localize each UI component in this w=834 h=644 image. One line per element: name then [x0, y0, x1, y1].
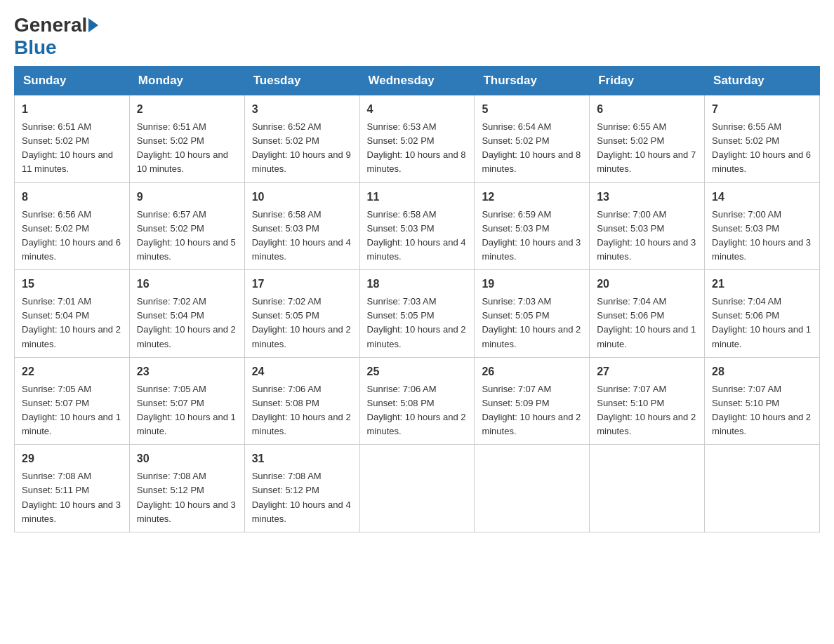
logo-blue-text: Blue — [14, 36, 57, 59]
calendar-cell: 12Sunrise: 6:59 AMSunset: 5:03 PMDayligh… — [475, 182, 590, 270]
calendar-cell: 7Sunrise: 6:55 AMSunset: 5:02 PMDaylight… — [705, 95, 820, 183]
day-number: 18 — [367, 276, 468, 293]
calendar-cell: 16Sunrise: 7:02 AMSunset: 5:04 PMDayligh… — [129, 270, 244, 358]
day-number: 17 — [252, 276, 352, 293]
day-info: Sunrise: 6:58 AMSunset: 5:03 PMDaylight:… — [252, 208, 352, 264]
day-info: Sunrise: 7:01 AMSunset: 5:04 PMDaylight:… — [22, 295, 122, 351]
calendar-cell: 8Sunrise: 6:56 AMSunset: 5:02 PMDaylight… — [15, 182, 130, 270]
calendar-cell: 2Sunrise: 6:51 AMSunset: 5:02 PMDaylight… — [129, 95, 244, 183]
day-number: 6 — [597, 101, 697, 118]
col-header-saturday: Saturday — [705, 67, 820, 95]
day-number: 29 — [22, 450, 122, 467]
day-info: Sunrise: 7:08 AMSunset: 5:11 PMDaylight:… — [22, 469, 122, 526]
day-info: Sunrise: 7:07 AMSunset: 5:10 PMDaylight:… — [597, 382, 697, 439]
day-number: 15 — [22, 276, 122, 293]
day-info: Sunrise: 7:03 AMSunset: 5:05 PMDaylight:… — [482, 295, 582, 351]
day-number: 10 — [252, 189, 352, 206]
day-info: Sunrise: 7:02 AMSunset: 5:05 PMDaylight:… — [252, 295, 352, 351]
day-info: Sunrise: 6:59 AMSunset: 5:03 PMDaylight:… — [482, 208, 582, 264]
calendar-cell: 30Sunrise: 7:08 AMSunset: 5:12 PMDayligh… — [129, 445, 244, 532]
calendar-cell: 10Sunrise: 6:58 AMSunset: 5:03 PMDayligh… — [244, 182, 359, 270]
day-number: 22 — [22, 363, 122, 380]
day-info: Sunrise: 6:55 AMSunset: 5:02 PMDaylight:… — [712, 120, 812, 177]
logo: General Blue — [14, 14, 100, 59]
day-info: Sunrise: 7:03 AMSunset: 5:05 PMDaylight:… — [367, 295, 468, 351]
col-header-monday: Monday — [129, 67, 244, 95]
calendar-cell — [590, 445, 705, 532]
day-number: 1 — [22, 101, 122, 118]
day-number: 3 — [252, 101, 352, 118]
calendar-cell: 4Sunrise: 6:53 AMSunset: 5:02 PMDaylight… — [359, 95, 475, 183]
col-header-tuesday: Tuesday — [244, 67, 359, 95]
calendar-cell: 27Sunrise: 7:07 AMSunset: 5:10 PMDayligh… — [590, 357, 705, 445]
calendar-cell: 20Sunrise: 7:04 AMSunset: 5:06 PMDayligh… — [590, 270, 705, 358]
day-number: 23 — [137, 363, 237, 380]
calendar-week-2: 8Sunrise: 6:56 AMSunset: 5:02 PMDaylight… — [15, 182, 820, 270]
calendar-cell — [475, 445, 590, 532]
calendar-cell: 3Sunrise: 6:52 AMSunset: 5:02 PMDaylight… — [244, 95, 359, 183]
day-info: Sunrise: 6:57 AMSunset: 5:02 PMDaylight:… — [137, 208, 237, 264]
day-info: Sunrise: 6:53 AMSunset: 5:02 PMDaylight:… — [367, 120, 468, 177]
calendar-cell: 19Sunrise: 7:03 AMSunset: 5:05 PMDayligh… — [475, 270, 590, 358]
day-number: 8 — [22, 189, 122, 206]
day-info: Sunrise: 7:02 AMSunset: 5:04 PMDaylight:… — [137, 295, 237, 351]
calendar-cell: 24Sunrise: 7:06 AMSunset: 5:08 PMDayligh… — [244, 357, 359, 445]
calendar-week-4: 22Sunrise: 7:05 AMSunset: 5:07 PMDayligh… — [15, 357, 820, 445]
day-number: 9 — [137, 189, 237, 206]
calendar-table: SundayMondayTuesdayWednesdayThursdayFrid… — [14, 66, 820, 532]
day-info: Sunrise: 7:06 AMSunset: 5:08 PMDaylight:… — [367, 382, 468, 439]
calendar-cell: 5Sunrise: 6:54 AMSunset: 5:02 PMDaylight… — [475, 95, 590, 183]
day-info: Sunrise: 7:05 AMSunset: 5:07 PMDaylight:… — [137, 382, 237, 439]
day-number: 11 — [367, 189, 468, 206]
day-info: Sunrise: 6:56 AMSunset: 5:02 PMDaylight:… — [22, 208, 122, 264]
day-number: 20 — [597, 276, 697, 293]
day-number: 30 — [137, 450, 237, 467]
calendar-cell: 17Sunrise: 7:02 AMSunset: 5:05 PMDayligh… — [244, 270, 359, 358]
day-info: Sunrise: 7:04 AMSunset: 5:06 PMDaylight:… — [597, 295, 697, 351]
day-info: Sunrise: 7:06 AMSunset: 5:08 PMDaylight:… — [252, 382, 352, 439]
calendar-cell: 11Sunrise: 6:58 AMSunset: 5:03 PMDayligh… — [359, 182, 475, 270]
calendar-cell: 25Sunrise: 7:06 AMSunset: 5:08 PMDayligh… — [359, 357, 475, 445]
calendar-cell: 23Sunrise: 7:05 AMSunset: 5:07 PMDayligh… — [129, 357, 244, 445]
day-number: 2 — [137, 101, 237, 118]
calendar-cell — [359, 445, 475, 532]
day-number: 24 — [252, 363, 352, 380]
calendar-cell: 26Sunrise: 7:07 AMSunset: 5:09 PMDayligh… — [475, 357, 590, 445]
day-info: Sunrise: 7:00 AMSunset: 5:03 PMDaylight:… — [597, 208, 697, 264]
day-number: 4 — [367, 101, 468, 118]
calendar-cell: 31Sunrise: 7:08 AMSunset: 5:12 PMDayligh… — [244, 445, 359, 532]
day-number: 19 — [482, 276, 582, 293]
calendar-week-3: 15Sunrise: 7:01 AMSunset: 5:04 PMDayligh… — [15, 270, 820, 358]
calendar-cell: 21Sunrise: 7:04 AMSunset: 5:06 PMDayligh… — [705, 270, 820, 358]
day-info: Sunrise: 7:08 AMSunset: 5:12 PMDaylight:… — [252, 469, 352, 526]
day-number: 14 — [712, 189, 812, 206]
day-info: Sunrise: 6:55 AMSunset: 5:02 PMDaylight:… — [597, 120, 697, 177]
day-info: Sunrise: 7:07 AMSunset: 5:10 PMDaylight:… — [712, 382, 812, 439]
calendar-cell: 22Sunrise: 7:05 AMSunset: 5:07 PMDayligh… — [15, 357, 130, 445]
day-number: 28 — [712, 363, 812, 380]
day-info: Sunrise: 6:52 AMSunset: 5:02 PMDaylight:… — [252, 120, 352, 177]
calendar-week-5: 29Sunrise: 7:08 AMSunset: 5:11 PMDayligh… — [15, 445, 820, 532]
day-number: 7 — [712, 101, 812, 118]
calendar-cell: 9Sunrise: 6:57 AMSunset: 5:02 PMDaylight… — [129, 182, 244, 270]
calendar-cell: 28Sunrise: 7:07 AMSunset: 5:10 PMDayligh… — [705, 357, 820, 445]
day-number: 25 — [367, 363, 468, 380]
day-info: Sunrise: 6:51 AMSunset: 5:02 PMDaylight:… — [22, 120, 122, 177]
day-info: Sunrise: 6:58 AMSunset: 5:03 PMDaylight:… — [367, 208, 468, 264]
day-info: Sunrise: 7:00 AMSunset: 5:03 PMDaylight:… — [712, 208, 812, 264]
day-info: Sunrise: 6:54 AMSunset: 5:02 PMDaylight:… — [482, 120, 582, 177]
col-header-wednesday: Wednesday — [359, 67, 475, 95]
day-number: 27 — [597, 363, 697, 380]
day-info: Sunrise: 7:04 AMSunset: 5:06 PMDaylight:… — [712, 295, 812, 351]
day-number: 31 — [252, 450, 352, 467]
day-number: 26 — [482, 363, 582, 380]
day-number: 12 — [482, 189, 582, 206]
page-header: General Blue — [14, 14, 820, 59]
calendar-cell: 13Sunrise: 7:00 AMSunset: 5:03 PMDayligh… — [590, 182, 705, 270]
calendar-cell: 29Sunrise: 7:08 AMSunset: 5:11 PMDayligh… — [15, 445, 130, 532]
calendar-cell: 15Sunrise: 7:01 AMSunset: 5:04 PMDayligh… — [15, 270, 130, 358]
day-number: 21 — [712, 276, 812, 293]
col-header-thursday: Thursday — [475, 67, 590, 95]
col-header-friday: Friday — [590, 67, 705, 95]
calendar-cell: 14Sunrise: 7:00 AMSunset: 5:03 PMDayligh… — [705, 182, 820, 270]
